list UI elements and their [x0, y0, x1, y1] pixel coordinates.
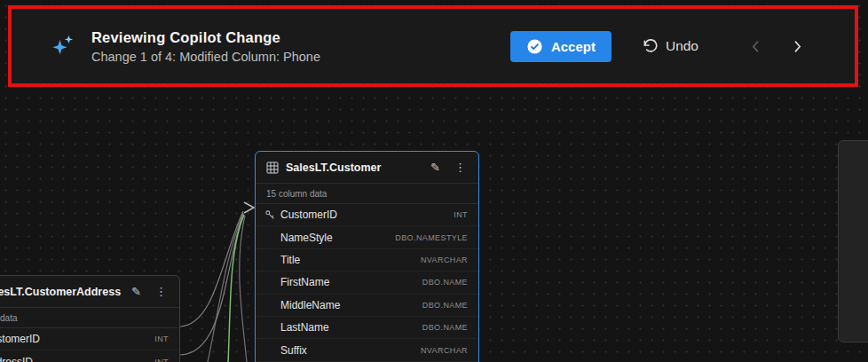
- column-row-lastname[interactable]: LastName DBO.NAME: [256, 317, 478, 339]
- edit-table-button[interactable]: ✎: [128, 284, 145, 299]
- column-type: NVARCHAR: [421, 256, 468, 264]
- clipped-table-node[interactable]: [838, 140, 868, 342]
- column-type: DBO.NAME: [422, 323, 468, 332]
- column-type: INT: [154, 358, 169, 362]
- column-row-suffix[interactable]: Suffix NVARCHAR: [256, 339, 478, 361]
- diagram-canvas[interactable]: { "banner": { "title": "Reviewing Copilo…: [0, 0, 868, 362]
- primary-key-icon: [264, 209, 275, 220]
- table-node-customer[interactable]: SalesLT.Customer ✎ ⋮ 15 column data Cust…: [255, 151, 479, 362]
- column-name: FirstName: [280, 276, 422, 288]
- column-name: CustomerID: [280, 209, 454, 221]
- table-node-header[interactable]: SalesLT.CustomerAddress ✎ ⋮: [0, 276, 179, 308]
- column-row-customerid[interactable]: CustomerID INT: [0, 328, 179, 350]
- table-more-options-button[interactable]: ⋮: [152, 284, 170, 299]
- chevron-left-icon: [748, 39, 763, 54]
- column-type: INT: [154, 334, 169, 343]
- column-name: LastName: [280, 321, 422, 334]
- column-row-title[interactable]: Title NVARCHAR: [256, 249, 478, 272]
- relationship-arrowhead-icon: [244, 202, 254, 213]
- check-circle-icon: [526, 38, 543, 55]
- copilot-review-banner: Reviewing Copilot Change Change 1 of 4: …: [8, 5, 858, 87]
- edit-table-button[interactable]: ✎: [427, 160, 444, 175]
- next-change-button[interactable]: [786, 35, 809, 58]
- column-type: DBO.NAME: [422, 278, 468, 287]
- column-name: Title: [280, 254, 421, 266]
- column-type: NVARCHAR: [421, 346, 468, 355]
- undo-button[interactable]: Undo: [642, 38, 698, 55]
- column-name: Suffix: [280, 344, 421, 357]
- table-title: SalesLT.CustomerAddress: [0, 286, 121, 298]
- column-name: AddressID: [0, 356, 154, 362]
- table-node-header[interactable]: SalesLT.Customer ✎ ⋮: [256, 152, 478, 184]
- column-name: MiddleName: [280, 299, 422, 311]
- copilot-sparkle-icon: [51, 34, 75, 59]
- undo-arrow-icon: [642, 38, 659, 55]
- table-grid-icon: [266, 161, 279, 174]
- accept-button[interactable]: Accept: [510, 31, 612, 62]
- table-node-customeraddress[interactable]: SalesLT.CustomerAddress ✎ ⋮ column data …: [0, 275, 180, 362]
- column-row-addressid[interactable]: AddressID INT: [0, 350, 179, 362]
- accept-button-label: Accept: [551, 39, 596, 54]
- column-count-label: 15 column data: [256, 184, 478, 204]
- banner-change-status: Change 1 of 4: Modified Column: Phone: [91, 50, 320, 64]
- column-row-firstname[interactable]: FirstName DBO.NAME: [256, 272, 478, 294]
- kebab-menu-icon: ⋮: [454, 161, 466, 174]
- column-type: INT: [454, 210, 468, 219]
- banner-title: Reviewing Copilot Change: [91, 29, 320, 46]
- column-name: CustomerID: [0, 333, 154, 345]
- previous-change-button[interactable]: [745, 35, 767, 58]
- column-type: DBO.NAMESTYLE: [395, 233, 468, 242]
- column-type: DBO.NAME: [422, 301, 468, 310]
- table-title: SalesLT.Customer: [286, 161, 420, 174]
- column-row-namestyle[interactable]: NameStyle DBO.NAMESTYLE: [256, 226, 478, 248]
- chevron-right-icon: [790, 39, 805, 54]
- undo-button-label: Undo: [666, 38, 698, 54]
- banner-controls: Accept Undo: [510, 31, 809, 62]
- table-more-options-button[interactable]: ⋮: [451, 160, 470, 175]
- kebab-menu-icon: ⋮: [155, 285, 167, 298]
- column-name: NameStyle: [280, 232, 395, 244]
- pencil-icon: ✎: [131, 285, 141, 298]
- column-row-middlename[interactable]: MiddleName DBO.NAME: [256, 295, 478, 317]
- column-count-label: column data: [0, 308, 179, 328]
- column-row-customerid[interactable]: CustomerID INT: [256, 204, 478, 226]
- pencil-icon: ✎: [430, 161, 440, 174]
